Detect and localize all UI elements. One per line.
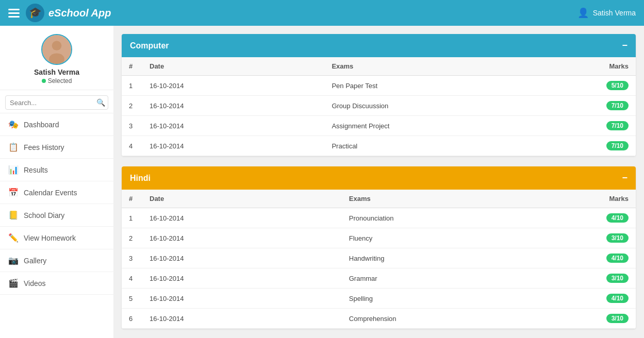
section-title-computer: Computer: [130, 41, 169, 50]
cell-marks: 7/10: [595, 116, 636, 136]
cell-exam: Group Discuussion: [324, 96, 595, 116]
sidebar-item-calendar-events[interactable]: 📅 Calendar Events: [0, 181, 113, 204]
table-row: 2 16-10-2014 Group Discuussion 7/10: [122, 96, 636, 116]
col-exams: Exams: [324, 57, 595, 76]
cell-marks: 7/10: [595, 136, 636, 156]
cell-marks: 4/10: [595, 289, 636, 309]
cell-exam: Pen Paper Test: [324, 76, 595, 96]
cell-marks: 4/10: [595, 208, 636, 228]
table-computer: # Date Exams Marks 1 16-10-2014 Pen Pape…: [122, 57, 636, 156]
cell-exam: Spelling: [342, 289, 595, 309]
cell-num: 6: [122, 309, 142, 329]
navbar-username: Satish Verma: [593, 9, 636, 17]
content-area: Computer − # Date Exams Marks 1 16-10-20…: [113, 26, 644, 338]
cell-date: 16-10-2014: [142, 208, 342, 228]
view-homework-label: View Homework: [24, 234, 76, 242]
cell-exam: Fluency: [342, 228, 595, 248]
marks-badge: 4/10: [606, 254, 629, 263]
collapse-icon-computer[interactable]: −: [622, 40, 628, 51]
school-diary-icon: 📒: [8, 210, 19, 220]
cell-marks: 3/10: [595, 309, 636, 329]
logo-text: eSchool App: [48, 7, 111, 19]
cell-date: 16-10-2014: [142, 309, 342, 329]
svg-point-4: [49, 53, 64, 64]
col-marks: Marks: [595, 190, 636, 208]
calendar-events-icon: 📅: [8, 188, 19, 197]
cell-marks: 5/10: [595, 76, 636, 96]
cell-exam: Practical: [324, 136, 595, 156]
dashboard-label: Dashboard: [24, 121, 59, 129]
gallery-icon: 📷: [8, 256, 19, 265]
table-header-row: # Date Exams Marks: [122, 190, 636, 208]
fees-history-icon: 📋: [8, 142, 19, 152]
user-avatar-icon: 👤: [577, 7, 589, 19]
sidebar-item-results[interactable]: 📊 Results: [0, 159, 113, 181]
cell-num: 3: [122, 248, 142, 268]
videos-label: Videos: [24, 279, 46, 288]
profile-status-text: Selected: [48, 77, 72, 84]
table-row: 4 16-10-2014 Practical 7/10: [122, 136, 636, 156]
cell-exam: Comprehension: [342, 309, 595, 329]
table-row: 1 16-10-2014 Pronounciation 4/10: [122, 208, 636, 228]
search-icon[interactable]: 🔍: [96, 98, 105, 107]
marks-badge: 7/10: [606, 121, 629, 130]
col-date: Date: [142, 190, 342, 208]
cell-date: 16-10-2014: [142, 289, 342, 309]
sidebar: Satish Verma Selected 🔍 🎭 Dashboard 📋 Fe…: [0, 26, 113, 338]
table-row: 6 16-10-2014 Comprehension 3/10: [122, 309, 636, 329]
fees-history-label: Fees History: [24, 143, 64, 151]
view-homework-icon: ✏️: [8, 233, 19, 243]
col-exams: Exams: [342, 190, 595, 208]
cell-date: 16-10-2014: [142, 96, 324, 116]
sidebar-item-dashboard[interactable]: 🎭 Dashboard: [0, 113, 113, 136]
dashboard-icon: 🎭: [8, 120, 19, 129]
navbar: 🎓 eSchool App 👤 Satish Verma: [0, 0, 644, 26]
cell-marks: 3/10: [595, 268, 636, 289]
main-layout: Satish Verma Selected 🔍 🎭 Dashboard 📋 Fe…: [0, 26, 644, 338]
avatar: [41, 34, 72, 65]
search-input[interactable]: [10, 99, 96, 107]
cell-date: 16-10-2014: [142, 136, 324, 156]
cell-exam: Assignment Project: [324, 116, 595, 136]
profile-name: Satish Verma: [34, 68, 79, 76]
marks-badge: 3/10: [606, 233, 629, 243]
section-header-hindi: Hindi −: [122, 166, 636, 190]
sidebar-item-view-homework[interactable]: ✏️ View Homework: [0, 227, 113, 249]
cell-num: 3: [122, 116, 142, 136]
search-box: 🔍: [5, 95, 108, 110]
sidebar-item-school-diary[interactable]: 📒 School Diary: [0, 204, 113, 227]
cell-num: 1: [122, 76, 142, 96]
table-row: 3 16-10-2014 Handwriting 4/10: [122, 248, 636, 268]
table-row: 2 16-10-2014 Fluency 3/10: [122, 228, 636, 248]
cell-date: 16-10-2014: [142, 116, 324, 136]
section-header-computer: Computer −: [122, 34, 636, 57]
cell-num: 2: [122, 228, 142, 248]
logo-area: 🎓 eSchool App: [26, 4, 111, 22]
section-computer: Computer − # Date Exams Marks 1 16-10-20…: [122, 34, 636, 156]
profile-status: Selected: [42, 77, 72, 84]
cell-marks: 7/10: [595, 96, 636, 116]
search-area: 🔍: [0, 90, 113, 113]
cell-num: 4: [122, 268, 142, 289]
hamburger-menu[interactable]: [8, 9, 20, 18]
sidebar-item-gallery[interactable]: 📷 Gallery: [0, 249, 113, 272]
cell-date: 16-10-2014: [142, 268, 342, 289]
navbar-left: 🎓 eSchool App: [8, 4, 111, 22]
sidebar-item-fees-history[interactable]: 📋 Fees History: [0, 136, 113, 159]
table-row: 5 16-10-2014 Spelling 4/10: [122, 289, 636, 309]
calendar-events-label: Calendar Events: [24, 189, 77, 197]
sidebar-item-videos[interactable]: 🎬 Videos: [0, 272, 113, 295]
section-title-hindi: Hindi: [130, 174, 151, 183]
profile-area: Satish Verma Selected: [0, 26, 113, 90]
videos-icon: 🎬: [8, 278, 19, 288]
cell-date: 16-10-2014: [142, 228, 342, 248]
table-row: 1 16-10-2014 Pen Paper Test 5/10: [122, 76, 636, 96]
table-hindi: # Date Exams Marks 1 16-10-2014 Pronounc…: [122, 190, 636, 329]
cell-num: 4: [122, 136, 142, 156]
col-num: #: [122, 190, 142, 208]
cell-date: 16-10-2014: [142, 248, 342, 268]
cell-exam: Pronounciation: [342, 208, 595, 228]
collapse-icon-hindi[interactable]: −: [622, 173, 628, 183]
cell-exam: Grammar: [342, 268, 595, 289]
cell-marks: 3/10: [595, 228, 636, 248]
